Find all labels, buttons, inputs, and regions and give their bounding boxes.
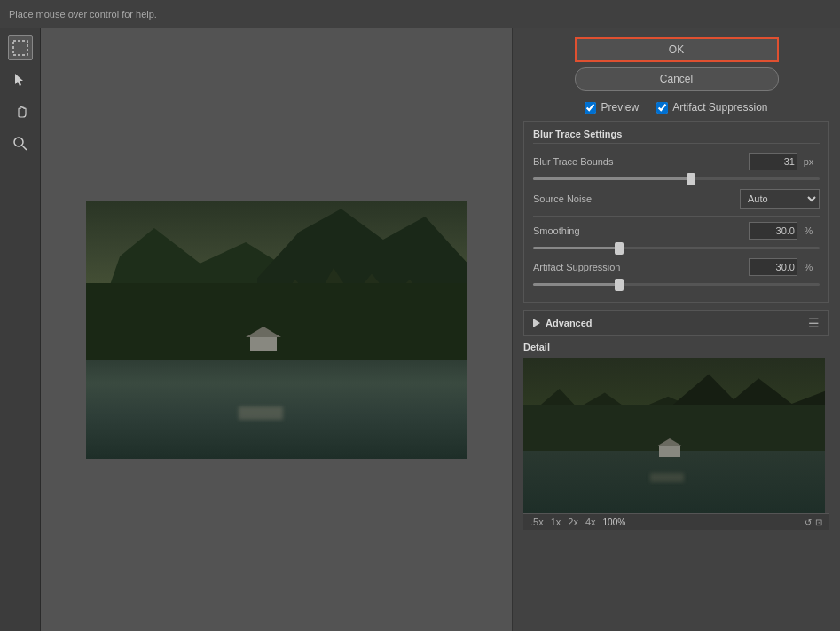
smoothing-label: Smoothing — [533, 225, 749, 236]
zoom-tool-btn[interactable] — [8, 131, 33, 156]
main-layout: OK Cancel Preview Artifact Suppression B… — [0, 28, 840, 631]
detail-preview — [523, 358, 825, 513]
house-body — [250, 337, 277, 351]
water — [86, 351, 467, 459]
zoom-icon — [12, 136, 28, 152]
advanced-menu-icon[interactable]: ☰ — [808, 316, 820, 330]
zoom-bar: .5x 1x 2x 4x 100% ↺ ⊡ — [523, 513, 829, 530]
ok-button[interactable]: OK — [575, 37, 779, 62]
advanced-section: Advanced ☰ — [523, 310, 829, 336]
arrow-icon — [12, 72, 28, 88]
help-text: Place mouse over control for help. — [9, 9, 157, 20]
smoothing-input[interactable] — [749, 222, 797, 240]
blur-trace-slider-row — [533, 177, 820, 180]
detail-label: Detail — [523, 336, 829, 352]
blur-trace-bounds-row: Blur Trace Bounds px — [533, 153, 820, 170]
preview-checkbox[interactable] — [585, 102, 596, 114]
artifact-checkbox-item: Artifact Suppression — [656, 101, 767, 114]
canvas-area — [41, 28, 512, 631]
zoom-1x-btn[interactable]: 1x — [551, 517, 561, 527]
cancel-button[interactable]: Cancel — [575, 67, 779, 91]
left-toolbar — [0, 28, 41, 631]
zoom-half-btn[interactable]: .5x — [530, 517, 544, 527]
divider-1 — [533, 216, 820, 217]
blur-trace-slider-track[interactable] — [533, 177, 820, 180]
advanced-title: Advanced — [546, 318, 593, 328]
blur-trace-title: Blur Trace Settings — [533, 129, 820, 144]
artifact-suppression-slider-track[interactable] — [533, 283, 820, 286]
artifact-suppression-settings-label: Artifact Suppression — [533, 262, 749, 272]
artifact-suppression-slider-row — [533, 283, 820, 286]
zoom-current-label: 100% — [603, 517, 626, 527]
source-noise-row: Source Noise Auto Low Medium High — [533, 189, 820, 209]
smoothing-row: Smoothing % — [533, 222, 820, 240]
marquee-icon — [12, 40, 28, 56]
right-panel: OK Cancel Preview Artifact Suppression B… — [512, 28, 840, 631]
blur-trace-bounds-unit: px — [797, 156, 820, 167]
house-roof — [246, 327, 281, 337]
artifact-suppression-checkbox[interactable] — [656, 102, 668, 114]
smoothing-slider-thumb[interactable] — [615, 242, 624, 255]
svg-line-3 — [22, 146, 27, 150]
top-bar: Place mouse over control for help. — [0, 0, 840, 28]
btn-row: OK Cancel — [513, 28, 840, 98]
blur-trace-bounds-input[interactable] — [749, 153, 797, 170]
hand-tool-btn[interactable] — [8, 99, 33, 124]
zoom-2x-btn[interactable]: 2x — [568, 517, 578, 527]
artifact-suppression-label[interactable]: Artifact Suppression — [672, 101, 767, 114]
zoom-4x-btn[interactable]: 4x — [585, 517, 596, 527]
smoothing-slider-track[interactable] — [533, 247, 820, 249]
checkboxes-row: Preview Artifact Suppression — [513, 98, 840, 121]
zoom-reset-icon[interactable]: ↺ — [805, 517, 812, 527]
smoothing-unit: % — [797, 225, 820, 236]
source-noise-select[interactable]: Auto Low Medium High — [740, 189, 820, 209]
artifact-suppression-slider-fill — [533, 283, 619, 286]
canvas-image — [86, 201, 467, 459]
hand-icon — [12, 104, 28, 120]
source-noise-label: Source Noise — [533, 193, 740, 204]
advanced-header-left: Advanced — [533, 318, 593, 328]
blur-trace-slider-thumb[interactable] — [687, 173, 695, 185]
select-tool-btn[interactable] — [8, 67, 33, 92]
svg-rect-0 — [13, 41, 27, 55]
marquee-tool-btn[interactable] — [8, 35, 33, 60]
artifact-suppression-row: Artifact Suppression % — [533, 258, 820, 276]
house — [246, 328, 281, 351]
triangle-icon — [533, 319, 540, 327]
artifact-suppression-slider-thumb[interactable] — [615, 279, 624, 291]
artifact-suppression-unit: % — [797, 262, 820, 272]
detail-section: Detail .5x 1x — [513, 336, 840, 537]
blur-trace-settings: Blur Trace Settings Blur Trace Bounds px… — [523, 121, 829, 303]
svg-point-2 — [14, 138, 23, 146]
preview-checkbox-item: Preview — [585, 101, 639, 114]
reflection — [239, 406, 283, 420]
blur-trace-bounds-label: Blur Trace Bounds — [533, 156, 749, 167]
preview-label[interactable]: Preview — [601, 101, 639, 114]
smoothing-slider-fill — [533, 247, 619, 249]
artifact-suppression-input[interactable] — [749, 258, 797, 276]
zoom-fit-icon[interactable]: ⊡ — [815, 517, 822, 527]
svg-marker-1 — [15, 74, 23, 86]
zoom-icons: ↺ ⊡ — [805, 517, 822, 527]
blur-trace-slider-fill — [533, 177, 691, 180]
advanced-header[interactable]: Advanced ☰ — [524, 311, 828, 335]
scene — [86, 201, 467, 459]
smoothing-slider-row — [533, 247, 820, 249]
